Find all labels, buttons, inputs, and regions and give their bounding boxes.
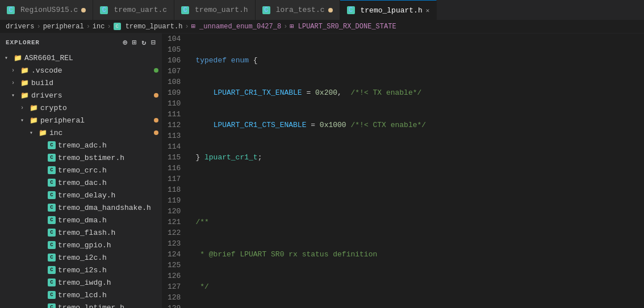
- tab-label: tremo_uart.h: [195, 6, 248, 14]
- breadcrumb-part[interactable]: ⊞ _unnamed_enum_0427_8: [191, 22, 281, 31]
- c-file-icon: C: [347, 6, 355, 14]
- sidebar-item-tremo-iwdg[interactable]: C tremo_iwdg.h: [0, 276, 162, 289]
- tab-lora-test[interactable]: C lora_test.c: [256, 0, 340, 20]
- c-file-icon: C: [48, 141, 56, 149]
- code-editor: 104 105 106 107 108 109 110 111 112 113 …: [162, 33, 644, 308]
- sidebar-item-tremo-bstimer[interactable]: C tremo_bstimer.h: [0, 151, 162, 164]
- sidebar-item-label: tremo_gpio.h: [58, 241, 162, 250]
- sidebar-item-tremo-flash[interactable]: C tremo_flash.h: [0, 226, 162, 239]
- chevron-right-icon: ›: [20, 105, 30, 111]
- sidebar-item-label: tremo_lcd.h: [58, 291, 162, 299]
- sidebar-item-label: tremo_dma_handshake.h: [58, 204, 162, 212]
- c-file-icon: C: [48, 216, 56, 224]
- new-file-icon[interactable]: ⊕: [123, 38, 128, 47]
- chevron-down-icon: ▾: [5, 54, 14, 61]
- code-area[interactable]: 104 105 106 107 108 109 110 111 112 113 …: [162, 33, 644, 308]
- code-line-110: * @brief LPUART SR0 rx status definition: [195, 249, 644, 260]
- sidebar-item-label: tremo_dma.h: [58, 216, 162, 225]
- chevron-down-icon: ▾: [11, 92, 20, 99]
- breadcrumb-part[interactable]: inc: [93, 23, 105, 31]
- sidebar-item-tremo-dma-handshake[interactable]: C tremo_dma_handshake.h: [0, 201, 162, 214]
- tab-label: tremo_uart.c: [114, 6, 167, 14]
- tab-tremo-uart-h[interactable]: C tremo_uart.h: [174, 0, 256, 20]
- sidebar-item-peripheral[interactable]: ▾ 📁 peripheral: [0, 114, 162, 126]
- sidebar-item-label: tremo_flash.h: [58, 229, 162, 237]
- c-file-icon: C: [48, 241, 56, 249]
- c-file-icon: C: [48, 303, 56, 308]
- sidebar: EXPLORER ⊕ ⊞ ↻ ⊟ ▾ 📁 ASR6601_REL › 📁 .vs…: [0, 33, 162, 308]
- sidebar-item-build[interactable]: › 📁 build: [0, 77, 162, 89]
- collapse-icon[interactable]: ⊟: [151, 38, 156, 47]
- sidebar-item-label: drivers: [31, 91, 154, 100]
- sidebar-item-label: tremo_delay.h: [58, 191, 162, 200]
- sidebar-item-label: build: [31, 79, 162, 87]
- folder-icon: 📁: [20, 66, 29, 75]
- status-dot: [154, 93, 158, 98]
- c-file-icon: C: [48, 229, 56, 237]
- new-folder-icon[interactable]: ⊞: [132, 38, 137, 47]
- c-file-icon: C: [100, 6, 108, 14]
- sidebar-item-root[interactable]: ▾ 📁 ASR6601_REL: [0, 52, 162, 64]
- code-content[interactable]: typedef enum { LPUART_CR1_TX_ENABLE = 0x…: [186, 33, 644, 308]
- status-dot: [154, 118, 158, 123]
- refresh-icon[interactable]: ↻: [142, 38, 147, 47]
- sidebar-item-crypto[interactable]: › 📁 crypto: [0, 102, 162, 114]
- tab-regionus915[interactable]: C RegionUS915.c: [0, 0, 93, 20]
- sidebar-item-label: crypto: [40, 104, 162, 112]
- breadcrumb-part[interactable]: drivers: [6, 23, 34, 31]
- code-line-107: } lpuart_cr1_t;: [195, 152, 644, 163]
- c-file-icon: C: [48, 166, 56, 174]
- breadcrumb-part[interactable]: tremo_lpuart.h: [126, 23, 183, 31]
- file-icon: C: [114, 23, 121, 30]
- c-file-icon: C: [48, 179, 56, 187]
- tab-label: tremo_lpuart.h: [361, 6, 423, 15]
- modified-indicator: [328, 8, 333, 12]
- status-dot: [154, 68, 158, 73]
- folder-icon: 📁: [20, 79, 29, 87]
- sidebar-title: EXPLORER: [6, 39, 40, 46]
- c-file-icon: C: [48, 254, 56, 261]
- main-area: EXPLORER ⊕ ⊞ ↻ ⊟ ▾ 📁 ASR6601_REL › 📁 .vs…: [0, 33, 644, 308]
- file-tree: ▾ 📁 ASR6601_REL › 📁 .vscode › 📁 build ▾ …: [0, 52, 162, 308]
- sidebar-item-label: peripheral: [40, 116, 154, 125]
- folder-icon: 📁: [20, 91, 29, 100]
- c-file-icon: C: [262, 6, 270, 14]
- chevron-right-icon: ›: [11, 80, 20, 86]
- sidebar-item-tremo-crc[interactable]: C tremo_crc.h: [0, 164, 162, 176]
- breadcrumb-part[interactable]: ⊞ LPUART_SR0_RX_DONE_STATE: [290, 22, 396, 31]
- code-line-109: /**: [195, 217, 644, 227]
- tab-label: RegionUS915.c: [20, 6, 78, 14]
- sidebar-item-label: tremo_crc.h: [58, 166, 162, 175]
- sidebar-item-tremo-delay[interactable]: C tremo_delay.h: [0, 189, 162, 201]
- sidebar-item-vscode[interactable]: › 📁 .vscode: [0, 64, 162, 77]
- sidebar-item-tremo-gpio[interactable]: C tremo_gpio.h: [0, 239, 162, 251]
- tab-tremo-lpuart[interactable]: C tremo_lpuart.h ✕: [340, 0, 437, 20]
- code-line-104: typedef enum {: [195, 55, 644, 66]
- sidebar-item-tremo-adc[interactable]: C tremo_adc.h: [0, 139, 162, 151]
- tab-tremo-uart-c[interactable]: C tremo_uart.c: [93, 0, 174, 20]
- sidebar-item-tremo-lcd[interactable]: C tremo_lcd.h: [0, 289, 162, 301]
- chevron-down-icon: ▾: [20, 117, 30, 124]
- sidebar-item-tremo-lptimer[interactable]: C tremo_lptimer.h: [0, 301, 162, 308]
- breadcrumb-sep: ›: [185, 23, 189, 31]
- sidebar-item-label: .vscode: [31, 66, 154, 75]
- sidebar-item-tremo-dac[interactable]: C tremo_dac.h: [0, 176, 162, 189]
- folder-icon: 📁: [30, 116, 38, 125]
- sidebar-item-label: tremo_i2c.h: [58, 254, 162, 262]
- sidebar-item-tremo-i2s[interactable]: C tremo_i2s.h: [0, 264, 162, 276]
- sidebar-item-label: tremo_iwdg.h: [58, 279, 162, 287]
- tab-label: lora_test.c: [276, 6, 325, 14]
- sidebar-item-drivers[interactable]: ▾ 📁 drivers: [0, 89, 162, 102]
- sidebar-item-label: tremo_bstimer.h: [58, 154, 162, 162]
- sidebar-item-tremo-i2c[interactable]: C tremo_i2c.h: [0, 251, 162, 264]
- c-file-icon: C: [48, 279, 56, 286]
- code-line-111: */: [195, 281, 644, 292]
- sidebar-item-inc[interactable]: ▾ 📁 inc: [0, 126, 162, 139]
- status-dot: [154, 130, 158, 135]
- code-line-105: LPUART_CR1_TX_ENABLE = 0x200, /*!< TX en…: [195, 87, 644, 98]
- close-tab-icon[interactable]: ✕: [426, 7, 430, 14]
- c-file-icon: C: [48, 154, 56, 162]
- sidebar-item-tremo-dma[interactable]: C tremo_dma.h: [0, 214, 162, 226]
- breadcrumb-sep: ›: [86, 23, 90, 31]
- breadcrumb-part[interactable]: peripheral: [43, 23, 84, 31]
